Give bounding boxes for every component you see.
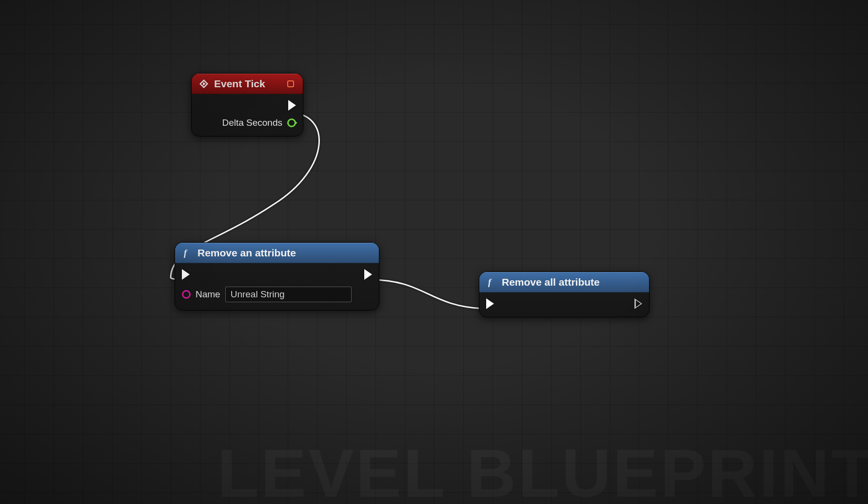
exec-output-pin[interactable]	[288, 100, 296, 111]
exec-input-pin[interactable]	[486, 298, 494, 309]
svg-text:f: f	[184, 248, 188, 258]
pin-label: Delta Seconds	[222, 117, 282, 128]
output-pin-delta-seconds[interactable]: Delta Seconds	[222, 117, 296, 128]
svg-text:f: f	[488, 277, 492, 287]
node-title: Remove all attribute	[502, 276, 642, 288]
function-icon: f	[486, 277, 497, 288]
bookmark-icon[interactable]	[285, 78, 296, 89]
name-input[interactable]	[225, 287, 352, 302]
node-remove-an-attribute[interactable]: f Remove an attribute Name	[175, 242, 379, 310]
exec-input-pin[interactable]	[182, 269, 352, 280]
node-header[interactable]: f Remove all attribute	[479, 272, 649, 292]
node-header[interactable]: Event Tick	[192, 74, 303, 94]
svg-rect-0	[288, 81, 294, 87]
node-event-tick[interactable]: Event Tick Delta Seconds	[191, 73, 303, 136]
input-pin-name[interactable]: Name	[182, 287, 352, 302]
float-pin-icon	[287, 118, 296, 127]
node-title: Event Tick	[214, 78, 280, 90]
string-pin-icon	[182, 290, 191, 299]
node-header[interactable]: f Remove an attribute	[175, 243, 379, 263]
node-title: Remove an attribute	[197, 247, 372, 259]
wire-layer	[0, 0, 868, 504]
watermark-text: LEVEL BLUEPRINT	[217, 434, 868, 504]
node-remove-all-attribute[interactable]: f Remove all attribute	[479, 271, 650, 317]
vignette-overlay	[0, 0, 868, 504]
exec-output-pin[interactable]	[634, 298, 642, 309]
exec-output-pin[interactable]	[364, 269, 372, 280]
pin-label: Name	[196, 289, 220, 300]
blueprint-graph-canvas[interactable]: Event Tick Delta Seconds f Rem	[0, 0, 868, 504]
function-icon: f	[182, 248, 193, 258]
event-icon	[198, 78, 209, 89]
